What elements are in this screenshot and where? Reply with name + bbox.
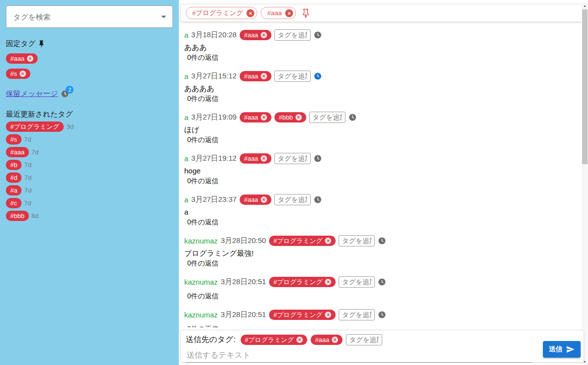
- schedule-button[interactable]: [314, 195, 322, 204]
- send-button[interactable]: 送信: [543, 341, 581, 358]
- close-icon[interactable]: ×: [27, 55, 33, 62]
- close-icon[interactable]: ×: [325, 312, 331, 318]
- add-tag-input[interactable]: [274, 71, 311, 82]
- schedule-button[interactable]: [378, 237, 386, 245]
- message-tag-pill[interactable]: #プログラミング ×: [269, 236, 336, 246]
- close-icon[interactable]: ×: [325, 238, 331, 244]
- message-replies-link[interactable]: 0件の返信: [184, 176, 574, 186]
- tag-pill[interactable]: #プログラミング: [6, 122, 64, 132]
- message-replies-link[interactable]: 0件の返信: [184, 135, 574, 145]
- chevron-down-icon[interactable]: [161, 16, 166, 18]
- tag-age-label: 7d: [24, 187, 31, 194]
- tag-pill[interactable]: #c: [6, 198, 22, 208]
- close-icon[interactable]: ×: [295, 114, 302, 121]
- compose-text-input[interactable]: [186, 350, 532, 363]
- tag-pill[interactable]: #s: [6, 134, 22, 145]
- message-tag-pill[interactable]: #aaa ×: [240, 112, 271, 122]
- close-icon[interactable]: ×: [20, 71, 26, 77]
- close-icon[interactable]: ×: [296, 337, 303, 343]
- message-item: kaznumaz 3月28日20:51 #プログラミング ×: [184, 309, 574, 327]
- close-icon[interactable]: ×: [285, 9, 293, 17]
- tag-search-input[interactable]: [6, 13, 172, 21]
- add-tag-input[interactable]: [274, 194, 311, 205]
- message-tag-pill[interactable]: #aaa ×: [240, 195, 271, 205]
- recent-tag-row: #bbb 8d: [6, 211, 173, 221]
- held-messages-row: 保留メッセージ 2: [6, 89, 173, 98]
- recent-tags-list: #プログラミング 3d #s 7d #aaa 7d #b 7d: [6, 122, 173, 221]
- add-tag-input[interactable]: [339, 235, 375, 246]
- schedule-button[interactable]: [314, 72, 322, 80]
- message-tag-pill[interactable]: #プログラミング ×: [269, 277, 336, 287]
- tag-pill[interactable]: #bbb: [6, 211, 29, 221]
- message-header: kaznumaz 3月28日20:51 #プログラミング ×: [184, 309, 574, 320]
- tag-pill-label: #aaa: [315, 337, 329, 343]
- add-tag-input[interactable]: [274, 29, 311, 41]
- tag-pill-label: #bbb: [10, 213, 24, 219]
- tag-pill-label: #aaa: [244, 32, 258, 38]
- close-icon[interactable]: ×: [261, 196, 267, 203]
- close-icon[interactable]: ×: [261, 155, 267, 162]
- message-header: kaznumaz 3月28日20:51 #プログラミング ×: [184, 276, 574, 288]
- add-tag-input[interactable]: [309, 112, 345, 123]
- recent-tags-heading-label: 最近更新されたタグ: [6, 110, 73, 119]
- message-replies-link[interactable]: 0件の返信: [184, 217, 574, 227]
- tag-pill-label: #s: [10, 136, 17, 143]
- add-tag-input[interactable]: [274, 153, 311, 164]
- compose-tag-pill[interactable]: #プログラミング ×: [241, 335, 307, 345]
- schedule-button[interactable]: [348, 113, 357, 122]
- tag-pill[interactable]: #aaa ×: [6, 53, 38, 64]
- message-header: a 3月27日19:12 #aaa ×: [184, 153, 574, 164]
- message-replies-link[interactable]: 0件の返信: [184, 291, 574, 301]
- message-tag-pill[interactable]: #aaa ×: [240, 71, 271, 81]
- message-tag-pill[interactable]: #bbb ×: [274, 112, 306, 122]
- tag-age-label: 8d: [31, 212, 39, 219]
- tag-pill[interactable]: #b: [6, 160, 22, 170]
- scrollbar-thumb[interactable]: [582, 9, 588, 164]
- message-replies-link[interactable]: 0件の返信: [184, 324, 574, 327]
- filter-tag-pill[interactable]: #プログラミング ×: [186, 7, 257, 19]
- pin-filter-icon[interactable]: [301, 8, 311, 18]
- message-item: a 3月27日19:12 #aaa × hoge: [184, 153, 574, 186]
- compose-tag-pill[interactable]: #aaa ×: [311, 335, 343, 345]
- pin-icon: [37, 40, 46, 48]
- filter-tag-pill[interactable]: #aaa ×: [261, 7, 296, 19]
- message-replies-link[interactable]: 0件の返信: [184, 52, 574, 63]
- message-username: a: [184, 113, 188, 122]
- message-replies-link[interactable]: 0件の返信: [184, 258, 574, 268]
- message-body: ほげ: [184, 124, 574, 135]
- schedule-button[interactable]: [314, 154, 322, 163]
- close-icon[interactable]: ×: [325, 279, 331, 285]
- message-body: hoge: [184, 166, 574, 176]
- scrollbar-up-arrow[interactable]: ▲: [582, 2, 588, 9]
- close-icon[interactable]: ×: [261, 114, 267, 121]
- held-messages-link[interactable]: 保留メッセージ: [6, 89, 58, 98]
- recent-tag-row: #c 7d: [6, 198, 173, 208]
- tag-pill[interactable]: #aaa: [6, 147, 29, 157]
- close-icon[interactable]: ×: [246, 9, 254, 17]
- schedule-button[interactable]: [378, 311, 386, 319]
- main-panel: #プログラミング × #aaa × a 3月18日20:28 #aaa ×: [179, 0, 588, 365]
- add-tag-input[interactable]: [339, 309, 375, 320]
- scrollbar[interactable]: ▲ ▼: [582, 2, 588, 365]
- pinned-tag-row: #aaa ×: [6, 53, 173, 64]
- compose-add-tag-input[interactable]: [346, 334, 382, 345]
- schedule-button[interactable]: [314, 31, 322, 39]
- pinned-tags-heading: 固定タグ: [6, 39, 173, 49]
- close-icon[interactable]: ×: [261, 32, 267, 38]
- message-tag-pill[interactable]: #プログラミング ×: [269, 310, 336, 320]
- tag-pill[interactable]: #s ×: [6, 69, 30, 79]
- close-icon[interactable]: ×: [332, 337, 338, 343]
- message-header: a 3月27日15:12 #aaa ×: [184, 71, 574, 82]
- message-username: kaznumaz: [184, 311, 218, 319]
- schedule-button[interactable]: [378, 278, 386, 286]
- message-tag-pill[interactable]: #aaa ×: [240, 153, 271, 164]
- message-replies-link[interactable]: 0件の返信: [184, 94, 574, 104]
- recent-tag-row: #a 7d: [6, 185, 173, 195]
- add-tag-input[interactable]: [339, 276, 375, 288]
- tag-search-combobox[interactable]: [6, 5, 173, 28]
- message-tag-pill[interactable]: #aaa ×: [240, 30, 271, 40]
- close-icon[interactable]: ×: [261, 73, 267, 79]
- message-date: 3月27日15:12: [191, 72, 237, 81]
- tag-pill[interactable]: #d: [6, 172, 22, 183]
- tag-pill[interactable]: #a: [6, 185, 22, 195]
